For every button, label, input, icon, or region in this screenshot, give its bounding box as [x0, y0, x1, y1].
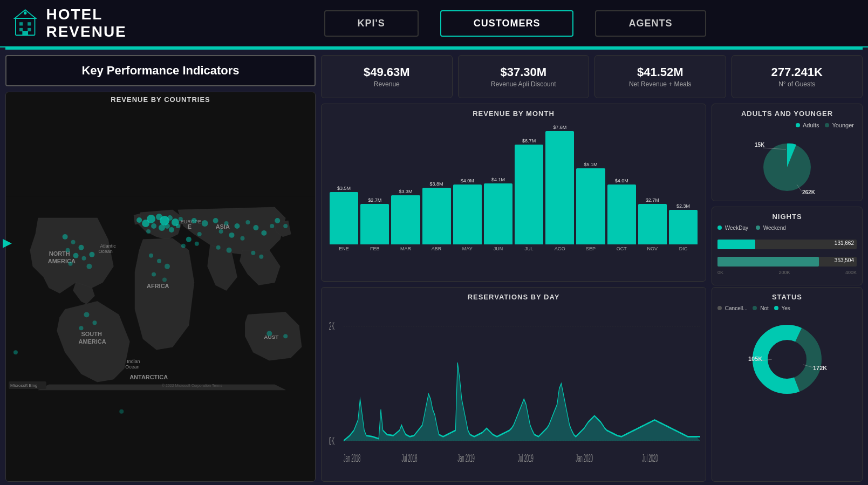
svg-point-45	[69, 262, 73, 266]
bar-col-sep: $5.1M SEP	[576, 162, 605, 251]
adults-legend-dot	[796, 123, 800, 127]
bar-rect-mar	[391, 195, 420, 244]
svg-rect-4	[28, 28, 31, 31]
header: HOTEL REVENUE KPI'S CUSTOMERS AGENTS	[0, 0, 868, 47]
middle-row: REVENUE BY MONTH $3.5M ENE $2.7M FEB $3.…	[321, 104, 863, 282]
bar-rect-may	[453, 185, 482, 244]
svg-point-43	[82, 256, 86, 261]
svg-rect-2	[28, 22, 31, 25]
bar-month-may: MAY	[462, 246, 473, 251]
weekend-bar-bg: 353,504	[717, 257, 857, 267]
svg-rect-3	[19, 28, 23, 31]
status-title: STATUS	[717, 293, 857, 301]
adults-legend-item: Adults	[796, 122, 819, 128]
svg-point-77	[13, 350, 18, 354]
svg-point-65	[197, 232, 202, 236]
nav-tabs: KPI'S CUSTOMERS AGENTS	[173, 10, 857, 37]
yes-legend: Yes	[774, 305, 790, 311]
bar-rect-ene	[330, 192, 358, 244]
svg-point-76	[181, 244, 186, 248]
bar-rect-ago	[545, 131, 574, 244]
pie-legend: Adults Younger	[717, 122, 857, 128]
nav-left-arrow[interactable]: ▶	[0, 233, 15, 252]
svg-text:262K: 262K	[802, 189, 816, 195]
nights-bars: 131,662 353,504 0K 200K	[717, 235, 857, 279]
revenue-value: $49.63M	[364, 65, 410, 79]
bar-value-oct: $4.0M	[615, 178, 628, 183]
svg-text:172K: 172K	[813, 365, 827, 371]
bar-month-oct: OCT	[617, 246, 627, 251]
reservations-title: RESERVATIONS BY DAY	[327, 293, 700, 301]
map-title: REVENUE BY COUNTRIES	[6, 92, 315, 107]
svg-point-55	[192, 218, 197, 223]
svg-point-53	[152, 272, 156, 277]
tab-customers[interactable]: CUSTOMERS	[440, 10, 574, 37]
svg-point-80	[119, 409, 124, 414]
svg-text:Jan 2018: Jan 2018	[344, 453, 361, 464]
kpi-cards-row: $49.63M Revenue $37.30M Revenue Apli Dis…	[321, 55, 863, 98]
kpi-card-net-revenue: $41.52M Net Revenue + Meals	[594, 55, 726, 98]
svg-point-36	[169, 227, 174, 233]
weekday-bar-value: 131,662	[835, 240, 854, 246]
svg-point-61	[253, 225, 258, 230]
svg-text:AFRICA: AFRICA	[147, 283, 169, 289]
svg-text:ANTARCTICA: ANTARCTICA	[129, 374, 168, 380]
right-panel: $49.63M Revenue $37.30M Revenue Apli Dis…	[321, 55, 863, 482]
weekday-dot	[717, 226, 722, 230]
kpi-card-apli: $37.30M Revenue Apli Discount	[458, 55, 590, 98]
pie-chart-container: 15K 262K	[717, 131, 857, 195]
bar-spacer	[717, 252, 857, 257]
bar-rect-dic	[669, 210, 698, 244]
svg-point-27	[167, 215, 173, 221]
yes-dot	[774, 306, 778, 310]
nights-legend: WeekDay Weekend	[717, 225, 857, 231]
status-chart: STATUS Cancell... Not Yes	[712, 287, 863, 482]
reservations-svg: 2K 0K Jan 2018 Jul 2018 Jan 2019 Jul 201…	[327, 305, 700, 472]
donut-chart-container: 105K 172K	[717, 313, 857, 394]
svg-point-47	[84, 312, 89, 317]
adults-pie-svg: 15K 262K	[744, 131, 830, 195]
svg-point-34	[136, 217, 142, 223]
svg-point-32	[165, 223, 170, 229]
svg-rect-1	[19, 22, 23, 25]
tab-agents[interactable]: AGENTS	[595, 10, 706, 37]
weekend-dot	[756, 226, 760, 230]
left-panel: Key Performance Indicators REVENUE BY CO…	[5, 55, 316, 482]
svg-text:Jul 2020: Jul 2020	[642, 453, 658, 464]
svg-point-52	[165, 264, 170, 269]
bar-col-feb: $2.7M FEB	[360, 197, 389, 251]
svg-text:Jan 2020: Jan 2020	[576, 453, 593, 464]
svg-point-79	[283, 334, 288, 338]
revenue-label: Revenue	[374, 80, 400, 88]
bar-rect-abr	[422, 188, 451, 244]
adults-younger-title: ADULTS AND YOUNGER	[717, 110, 857, 118]
weekend-bar-row: 353,504	[717, 257, 857, 267]
svg-point-30	[159, 224, 165, 231]
svg-point-29	[151, 223, 156, 229]
svg-point-35	[146, 229, 151, 234]
bar-month-ago: AGO	[555, 246, 565, 251]
svg-point-59	[235, 223, 240, 229]
bar-month-ene: ENE	[339, 246, 349, 251]
svg-text:Jul 2019: Jul 2019	[518, 453, 534, 464]
nights-chart: NIGHTS WeekDay Weekend	[712, 207, 863, 285]
world-map-svg: NORTH AMERICA SOUTH AMERICA AFRICA ASIA …	[6, 107, 315, 480]
svg-point-56	[202, 220, 208, 227]
svg-point-62	[219, 229, 223, 234]
bar-value-may: $4.0M	[461, 178, 474, 183]
tab-kpis[interactable]: KPI'S	[324, 10, 419, 37]
svg-point-33	[176, 224, 180, 228]
bar-value-mar: $3.3M	[399, 189, 412, 194]
svg-text:AMERICA: AMERICA	[79, 338, 106, 345]
bar-col-jun: $4.1M JUN	[484, 177, 512, 251]
bar-rect-sep	[576, 168, 605, 244]
svg-point-50	[149, 254, 153, 258]
svg-point-60	[245, 220, 250, 224]
svg-point-41	[66, 248, 70, 252]
bar-month-abr: ABR	[432, 246, 442, 251]
nights-title: NIGHTS	[717, 213, 857, 221]
svg-text:105K: 105K	[748, 356, 762, 362]
svg-point-64	[240, 236, 244, 241]
svg-point-68	[275, 218, 280, 223]
younger-legend-item: Younger	[825, 122, 854, 128]
